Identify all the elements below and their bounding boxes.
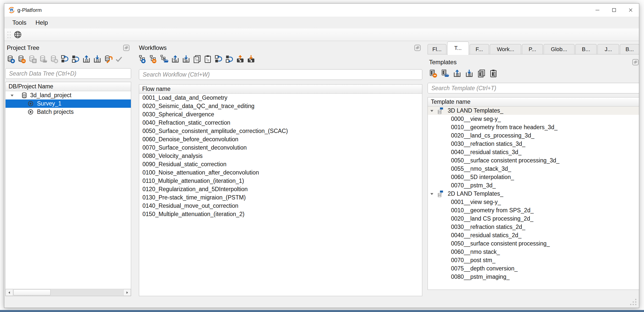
import-database-button[interactable] (92, 54, 102, 64)
globe-button[interactable] (13, 30, 23, 40)
tree-row[interactable]: 0070__post stm_ (428, 256, 639, 264)
template-column-header[interactable]: Template name (428, 97, 639, 107)
remove-database-button[interactable] (17, 54, 26, 64)
tree-row[interactable]: 0060__nmo stack_ (428, 248, 639, 256)
add-workflow-button[interactable] (138, 54, 148, 64)
list-item[interactable]: 0120_Regularization_and_5DInterpoltion (139, 185, 422, 193)
remove-workflow-button[interactable] (149, 54, 159, 64)
scroll-right-button[interactable] (123, 289, 131, 296)
toolbar-drag-handle[interactable] (6, 30, 11, 40)
tab-2[interactable]: F... (470, 44, 489, 54)
tree-row[interactable]: 0075__depth conversion_ (428, 264, 639, 273)
tree-row[interactable]: 0040__residual statics_3d_ (428, 148, 639, 156)
tree-row[interactable]: 0010__geometry from SPS_2d_ (428, 206, 639, 215)
search-data-tree-input[interactable] (5, 68, 131, 79)
add-database-button[interactable] (6, 54, 16, 64)
tree-row[interactable]: 0050__surface consistent processing_3d_ (428, 156, 639, 165)
undo-button[interactable] (60, 54, 70, 64)
tree-row[interactable]: Batch projects (6, 108, 131, 116)
expander-icon[interactable] (429, 191, 434, 196)
list-item[interactable]: 0090_Residual_static_correction (139, 160, 422, 168)
validate-button[interactable] (114, 54, 124, 64)
maximize-button[interactable] (606, 4, 622, 17)
tree-row[interactable]: 0001__view seg-y_ (428, 198, 639, 206)
remove-template-button[interactable] (428, 68, 438, 78)
tree-row[interactable]: 0010__geometry from trace headers_3d_ (428, 123, 639, 131)
database-tools-button[interactable] (103, 54, 113, 64)
database-properties-button[interactable] (27, 54, 37, 64)
copy-template-button[interactable] (476, 68, 486, 78)
menu-item-tools[interactable]: Tools (8, 18, 31, 28)
redo-button[interactable] (71, 54, 81, 64)
tab-5[interactable]: Glob... (544, 44, 575, 54)
archive-import-button[interactable] (246, 54, 256, 64)
tree-row[interactable]: 0020__land CS processing_2d_ (428, 215, 639, 223)
tree-row[interactable]: Survey_1 (6, 99, 131, 108)
float-panel-button[interactable] (414, 45, 421, 51)
tree-row[interactable]: 0050__surface consistent processing_ (428, 239, 639, 248)
tab-7[interactable]: J... (597, 44, 619, 54)
tree-row[interactable]: 0060__5D interpolation_ (428, 173, 639, 181)
export-database-button[interactable] (82, 54, 91, 64)
tree-row[interactable]: 0000__view seg-y_ (428, 115, 639, 123)
copy-workflow-button[interactable] (192, 54, 202, 64)
tree-row[interactable]: 0080__pstm_imaging_ (428, 273, 639, 281)
list-item[interactable]: 0060_Denoise_before_deconvolution (139, 135, 422, 144)
list-item[interactable]: 0020_Seismic_data_QC_and_trace_editing (139, 102, 422, 110)
paste-workflow-button[interactable] (203, 54, 213, 64)
float-panel-button[interactable] (123, 45, 130, 51)
tab-1[interactable]: T... (447, 42, 469, 55)
list-item[interactable]: 0100_Noise_attenuation_after_deconvoluti… (139, 168, 422, 177)
export-workflow-button[interactable] (170, 54, 180, 64)
export-template-button[interactable] (452, 68, 462, 78)
tab-6[interactable]: B... (575, 44, 597, 54)
tree-row[interactable]: 3d_land_project (6, 91, 131, 99)
archive-export-button[interactable] (235, 54, 245, 64)
list-item[interactable]: 0040_Refraction_static_correction (139, 119, 422, 127)
list-item[interactable]: 0140_Residual_move_out_correction (139, 202, 422, 210)
tree-row[interactable]: 0040__residual statics_2d_ (428, 231, 639, 239)
menu-item-help[interactable]: Help (31, 18, 52, 28)
project-tree-column-header[interactable]: DB/Project Name (6, 82, 131, 91)
paste-template-button[interactable] (488, 68, 498, 78)
list-item[interactable]: 0001_Load_data_and_Geometry (139, 94, 422, 102)
tree-row[interactable]: 3D LAND Templates_ (428, 107, 639, 115)
tab-0[interactable]: Fl... (428, 44, 446, 54)
tree-row[interactable]: 0030__refraction statics_3d_ (428, 140, 639, 148)
horizontal-scrollbar[interactable] (6, 289, 131, 296)
list-item[interactable]: 0110_Multiple_attenuation_(iteration_1) (139, 177, 422, 185)
resize-grip[interactable] (629, 298, 637, 306)
redo-button[interactable] (224, 54, 234, 64)
scroll-left-button[interactable] (6, 289, 13, 296)
tree-row[interactable]: 0030__refraction statics_2d_ (428, 223, 639, 231)
disconnect-database-button[interactable] (49, 54, 59, 64)
list-item[interactable]: 0030_Spherical_divergence (139, 110, 422, 119)
float-panel-button[interactable] (632, 59, 639, 65)
open-workflow-button[interactable] (160, 54, 169, 64)
list-item[interactable]: 0130_Pre-stack_time_migraion_(PSTM) (139, 193, 422, 202)
search-template-input[interactable] (428, 83, 639, 93)
search-workflow-input[interactable] (139, 69, 422, 80)
workflow-column-header[interactable]: Flow name (139, 85, 422, 94)
tab-8[interactable]: B... (620, 44, 639, 54)
expander-icon[interactable] (429, 108, 434, 113)
list-item[interactable]: 0070_Surface_consistent_deconvolution (139, 144, 422, 152)
list-item[interactable]: 0050_Surface_consistent_amplitude_correc… (139, 127, 422, 135)
tree-row[interactable]: 2D LAND Templates_ (428, 190, 639, 198)
close-button[interactable] (622, 4, 639, 17)
list-item[interactable]: 0080_Velocity_analysis (139, 152, 422, 160)
tab-3[interactable]: Work... (490, 44, 521, 54)
tree-row[interactable]: 0055__nmo_stack_3d_ (428, 165, 639, 173)
list-item[interactable]: 0150_Multiple_attenuation_(iteration_2) (139, 210, 422, 218)
scrollbar-thumb[interactable] (13, 289, 51, 295)
open-database-button[interactable] (38, 54, 48, 64)
tree-row[interactable]: 0070__pstm_3d_ (428, 181, 639, 190)
import-template-button[interactable] (464, 68, 474, 78)
tab-4[interactable]: P... (522, 44, 543, 54)
expander-icon[interactable] (10, 93, 15, 98)
scrollbar-track[interactable] (13, 289, 123, 296)
undo-button[interactable] (214, 54, 223, 64)
tree-row[interactable]: 0020__land_cs_processing_3d_ (428, 131, 639, 140)
import-workflow-button[interactable] (181, 54, 191, 64)
open-template-button[interactable] (440, 68, 450, 78)
